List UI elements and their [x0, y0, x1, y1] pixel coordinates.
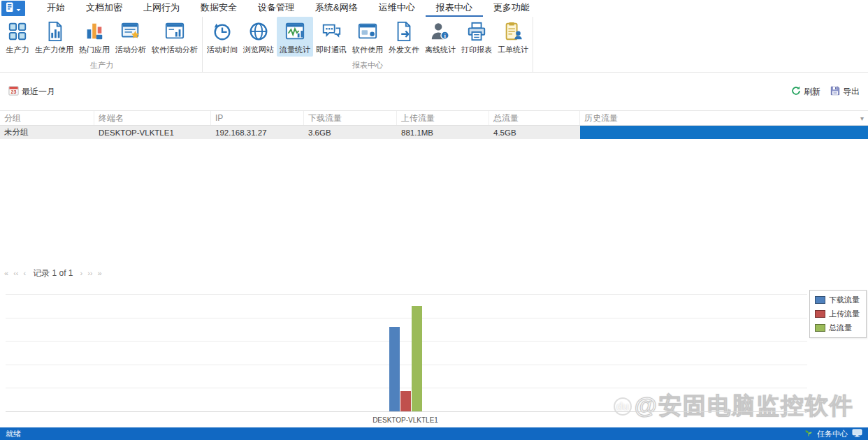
pager-first-button[interactable]: « — [4, 270, 8, 277]
legend-item: 上传流量 — [815, 309, 861, 319]
ribbon-button-print-report[interactable]: 打印报表 — [458, 17, 495, 57]
column-header-5[interactable]: 总流量 — [489, 111, 580, 125]
ribbon-button-productivity[interactable]: 生产力 — [3, 17, 32, 57]
ribbon-button-outgoing-files[interactable]: 外发文件 — [386, 17, 422, 57]
cell-ip: 192.168.31.27 — [211, 126, 304, 139]
monitor-icon[interactable] — [852, 429, 862, 439]
grid-icon — [6, 20, 29, 43]
traffic-stats-icon — [283, 20, 307, 43]
column-header-2[interactable]: IP — [211, 111, 304, 125]
date-range-selector[interactable]: 23 最近一月 — [8, 85, 55, 98]
software-usage-icon — [356, 20, 379, 43]
bar-下载流量 — [389, 327, 400, 411]
ribbon-button-label: 外发文件 — [389, 45, 419, 55]
menu-tab-device-mgmt[interactable]: 设备管理 — [247, 0, 305, 17]
legend-swatch — [815, 310, 825, 318]
software-activity-icon — [163, 20, 187, 43]
traffic-bar-chart: 下载流量上传流量总流量 du @安固电脑监控软件 DESKTOP-VLKTLE1 — [0, 280, 868, 427]
column-header-6[interactable]: 历史流量▾ — [580, 111, 868, 125]
ribbon-button-label: 软件使用 — [352, 45, 383, 55]
ribbon-button-label: 离线统计 — [425, 45, 456, 55]
menu-bar: 开始文档加密上网行为数据安全设备管理系统&网络运维中心报表中心更多功能 — [0, 0, 868, 17]
column-header-0[interactable]: 分组 — [0, 111, 94, 125]
ribbon-group-0: 生产力生产力使用热门应用活动分析软件活动分析生产力 — [1, 17, 203, 72]
chart-gridline — [6, 365, 807, 365]
legend-swatch — [815, 296, 825, 304]
export-label: 导出 — [843, 86, 860, 98]
legend-item: 总流量 — [815, 323, 861, 333]
chart-gridline — [6, 388, 807, 388]
svg-text:23: 23 — [11, 89, 17, 94]
menu-tab-web-behavior[interactable]: 上网行为 — [133, 0, 190, 17]
legend-label: 上传流量 — [829, 309, 860, 319]
ribbon-button-productivity-usage[interactable]: 生产力使用 — [32, 17, 76, 57]
ribbon-button-traffic-stats[interactable]: 流量统计 — [277, 17, 313, 57]
refresh-button[interactable]: 刷新 — [791, 86, 820, 98]
pager-prev-page-button[interactable]: ‹‹ — [13, 270, 18, 277]
column-header-3[interactable]: 下载流量 — [304, 111, 397, 125]
ribbon-button-ticket-stats[interactable]: 工单统计 — [495, 17, 531, 57]
export-button[interactable]: 导出 — [830, 86, 860, 98]
menu-tabs: 开始文档加密上网行为数据安全设备管理系统&网络运维中心报表中心更多功能 — [36, 0, 540, 17]
x-axis-category-label: DESKTOP-VLKTLE1 — [356, 416, 454, 424]
ribbon-button-browse-websites[interactable]: 浏览网站 — [240, 17, 277, 57]
ribbon-button-hot-apps[interactable]: 热门应用 — [76, 17, 113, 57]
app-menu-button[interactable] — [1, 1, 25, 16]
column-header-1[interactable]: 终端名 — [94, 111, 211, 125]
pager-prev-button[interactable]: ‹ — [23, 270, 26, 277]
ribbon-button-label: 软件活动分析 — [152, 45, 198, 55]
column-dropdown-icon[interactable]: ▾ — [860, 115, 864, 122]
ribbon-button-software-usage[interactable]: 软件使用 — [349, 17, 386, 57]
ribbon: 生产力生产力使用热门应用活动分析软件活动分析生产力活动时间浏览网站流量统计即时通… — [0, 17, 868, 73]
column-header-label: 下载流量 — [308, 112, 342, 124]
menu-tab-report-center[interactable]: 报表中心 — [426, 0, 483, 17]
column-header-label: 总流量 — [493, 112, 519, 124]
menu-tab-start[interactable]: 开始 — [36, 0, 75, 17]
column-header-label: IP — [215, 113, 223, 123]
offline-stats-icon: i — [428, 20, 452, 43]
status-text: 就绪 — [6, 429, 21, 439]
chart-gridline — [6, 294, 807, 295]
pager-last-button[interactable]: » — [97, 270, 101, 277]
ribbon-button-activity-analysis[interactable]: 活动分析 — [113, 17, 149, 57]
ribbon-button-label: 浏览网站 — [243, 45, 274, 55]
bar-上传流量 — [400, 391, 411, 411]
ribbon-button-software-activity-analysis[interactable]: 软件活动分析 — [149, 17, 201, 57]
ribbon-button-label: 热门应用 — [79, 45, 110, 55]
legend-swatch — [815, 324, 825, 332]
menu-tab-more-features[interactable]: 更多功能 — [483, 0, 540, 17]
date-range-label: 最近一月 — [22, 86, 55, 98]
ribbon-button-label: 活动时间 — [207, 45, 238, 55]
app-window: 开始文档加密上网行为数据安全设备管理系统&网络运维中心报表中心更多功能 生产力生… — [0, 0, 868, 440]
column-header-label: 历史流量 — [584, 112, 618, 124]
refresh-icon — [791, 86, 801, 98]
print-report-icon — [465, 20, 489, 43]
menu-tab-data-security[interactable]: 数据安全 — [190, 0, 247, 17]
ribbon-button-activity-time[interactable]: 活动时间 — [204, 17, 240, 57]
pager-next-page-button[interactable]: ›› — [87, 270, 92, 277]
time-history-icon — [210, 20, 234, 43]
table-row[interactable]: 未分组DESKTOP-VLKTLE1192.168.31.273.6GB881.… — [0, 126, 868, 139]
ribbon-button-instant-messaging[interactable]: 即时通讯 — [313, 17, 349, 57]
globe-icon — [247, 20, 270, 43]
task-center-link[interactable]: 任务中心 — [817, 429, 848, 439]
ribbon-button-label: 即时通讯 — [316, 45, 347, 55]
column-header-4[interactable]: 上传流量 — [397, 111, 489, 125]
ribbon-button-offline-stats[interactable]: i离线统计 — [422, 17, 458, 57]
grid-empty-area — [0, 139, 868, 266]
refresh-label: 刷新 — [804, 86, 820, 98]
menu-tab-ops-center[interactable]: 运维中心 — [368, 0, 426, 17]
cell-group: 未分组 — [0, 126, 94, 139]
ribbon-button-label: 打印报表 — [461, 45, 492, 55]
legend-label: 下载流量 — [829, 295, 860, 305]
outgoing-file-icon — [392, 20, 416, 43]
save-export-icon — [830, 86, 840, 98]
menu-tab-system-network[interactable]: 系统&网络 — [305, 0, 368, 17]
pager-next-button[interactable]: › — [80, 270, 82, 277]
cell-terminal: DESKTOP-VLKTLE1 — [94, 126, 211, 139]
cell-total: 4.5GB — [489, 126, 580, 139]
bar-总流量 — [412, 306, 422, 411]
column-header-label: 终端名 — [99, 112, 124, 124]
menu-tab-doc-encryption[interactable]: 文档加密 — [75, 0, 133, 17]
table-header-row: 分组终端名IP下载流量上传流量总流量历史流量▾ — [0, 110, 868, 126]
